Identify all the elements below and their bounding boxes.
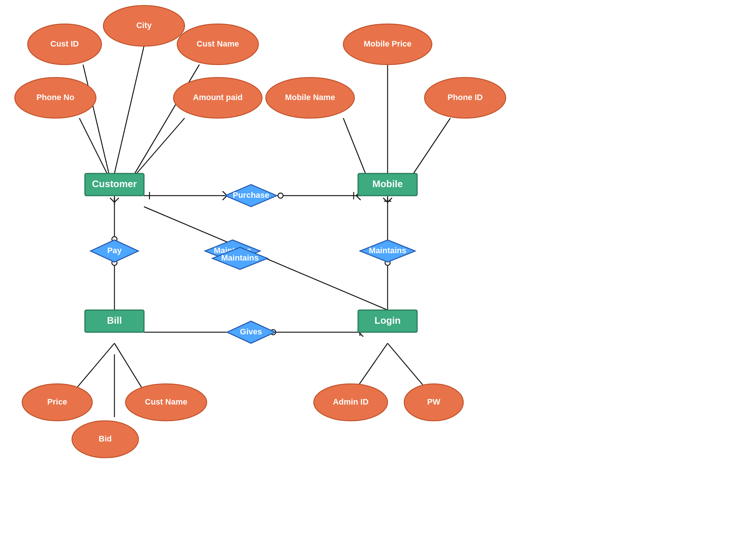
svg-text:Maintains: Maintains [369,246,406,255]
svg-text:Login: Login [375,315,401,326]
svg-line-6 [343,118,365,173]
attr-pw: PW [404,384,463,421]
svg-text:PW: PW [427,397,440,406]
entity-bill: Bill [85,310,144,332]
svg-text:Cust ID: Cust ID [51,39,79,48]
svg-text:Mobile Name: Mobile Name [285,93,335,102]
svg-line-2 [135,65,199,173]
svg-text:Bid: Bid [99,434,111,443]
svg-text:Gives: Gives [240,327,262,336]
attr-price: Price [22,384,92,421]
svg-line-21 [110,198,114,202]
svg-line-3 [79,118,107,173]
svg-text:Pay: Pay [107,246,122,255]
svg-line-7 [413,118,450,173]
svg-text:Mobile Price: Mobile Price [364,39,412,48]
svg-text:Cust Name: Cust Name [197,39,239,48]
attr-cust_name2: Cust Name [126,384,207,421]
attr-cust_id: Cust ID [28,24,102,65]
svg-line-51 [114,343,144,391]
svg-text:Admin ID: Admin ID [333,397,369,406]
attr-phone_no: Phone No [15,78,96,118]
attr-bid: Bid [72,421,138,458]
rel-pay: Pay [90,240,138,262]
svg-line-18 [356,196,361,200]
svg-text:City: City [136,21,152,30]
attr-mobile_price: Mobile Price [343,24,432,65]
rel-maintains_right: Maintains [360,240,415,262]
entity-mobile: Mobile [358,173,417,196]
svg-text:Purchase: Purchase [233,190,269,200]
svg-text:Customer: Customer [92,178,137,189]
rel-purchase: Purchase [225,185,277,207]
svg-text:Bill: Bill [107,315,122,326]
svg-text:Mobile: Mobile [372,178,403,189]
svg-line-50 [74,343,114,391]
attr-amount_paid: Amount paid [173,78,262,118]
er-diagram: CityCust IDCust NamePhone NoAmount paidM… [0,0,756,557]
entity-customer: Customer [85,173,144,196]
attr-phone_id: Phone ID [425,78,506,118]
attr-admin_id: Admin ID [314,384,388,421]
attr-mobile_name: Mobile Name [266,78,354,118]
entity-login: Login [358,310,417,332]
rel-gives: Gives [227,321,275,343]
svg-text:Phone ID: Phone ID [447,93,482,102]
attr-city: City [103,6,185,46]
svg-line-1 [83,65,109,173]
svg-line-23 [114,198,119,202]
svg-text:Maintains: Maintains [221,253,258,262]
svg-text:Price: Price [47,397,67,406]
attr-cust_name: Cust Name [177,24,258,65]
svg-point-14 [278,193,283,198]
svg-line-54 [388,343,428,391]
svg-text:Phone No: Phone No [37,93,75,102]
svg-text:Amount paid: Amount paid [193,93,243,102]
svg-line-4 [137,118,185,173]
svg-line-0 [114,46,144,173]
svg-text:Cust Name: Cust Name [145,397,188,406]
